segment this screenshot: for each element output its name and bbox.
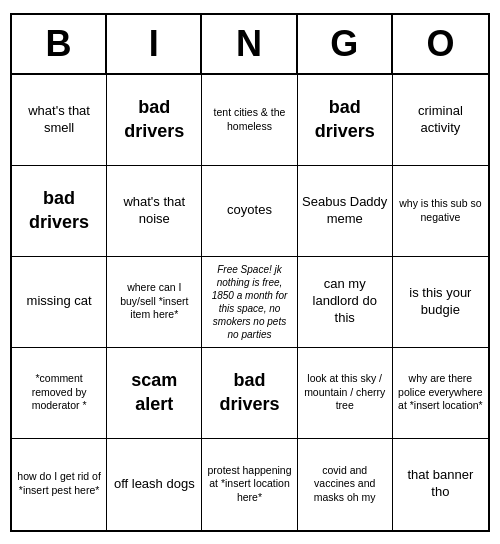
bingo-cell-7: coyotes: [202, 166, 297, 257]
bingo-cell-text-14: is this your budgie: [397, 285, 484, 319]
bingo-cell-1: bad drivers: [107, 75, 202, 166]
header-letter-O: O: [393, 15, 488, 73]
bingo-cell-17: bad drivers: [202, 348, 297, 439]
bingo-cell-text-10: missing cat: [27, 293, 92, 310]
bingo-cell-23: covid and vaccines and masks oh my: [298, 439, 393, 530]
bingo-cell-4: criminal activity: [393, 75, 488, 166]
bingo-cell-text-22: protest happening at *insert location he…: [206, 464, 292, 505]
bingo-cell-text-6: what's that noise: [111, 194, 197, 228]
bingo-cell-text-5: bad drivers: [16, 187, 102, 234]
bingo-cell-text-3: bad drivers: [302, 96, 388, 143]
bingo-cell-text-7: coyotes: [227, 202, 272, 219]
bingo-cell-text-1: bad drivers: [111, 96, 197, 143]
bingo-card: BINGO what's that smellbad driverstent c…: [10, 13, 490, 532]
header-letter-G: G: [298, 15, 393, 73]
bingo-cell-text-23: covid and vaccines and masks oh my: [302, 464, 388, 505]
bingo-cell-text-8: Seabus Daddy meme: [302, 194, 388, 228]
bingo-cell-text-13: can my landlord do this: [302, 276, 388, 327]
bingo-cell-text-15: *comment removed by moderator *: [16, 372, 102, 413]
bingo-cell-13: can my landlord do this: [298, 257, 393, 348]
bingo-cell-5: bad drivers: [12, 166, 107, 257]
bingo-cell-text-19: why are there police everywhere at *inse…: [397, 372, 484, 413]
bingo-cell-3: bad drivers: [298, 75, 393, 166]
bingo-cell-20: how do I get rid of *insert pest here*: [12, 439, 107, 530]
bingo-cell-text-21: off leash dogs: [114, 476, 195, 493]
bingo-cell-22: protest happening at *insert location he…: [202, 439, 297, 530]
bingo-cell-24: that banner tho: [393, 439, 488, 530]
bingo-cell-21: off leash dogs: [107, 439, 202, 530]
bingo-cell-19: why are there police everywhere at *inse…: [393, 348, 488, 439]
bingo-cell-0: what's that smell: [12, 75, 107, 166]
bingo-cell-9: why is this sub so negative: [393, 166, 488, 257]
bingo-cell-6: what's that noise: [107, 166, 202, 257]
bingo-cell-10: missing cat: [12, 257, 107, 348]
bingo-cell-text-0: what's that smell: [16, 103, 102, 137]
bingo-cell-text-17: bad drivers: [206, 369, 292, 416]
bingo-cell-text-12: Free Space! jk nothing is free, 1850 a m…: [206, 263, 292, 341]
bingo-cell-text-20: how do I get rid of *insert pest here*: [16, 470, 102, 497]
bingo-cell-text-4: criminal activity: [397, 103, 484, 137]
bingo-cell-11: where can I buy/sell *insert item here*: [107, 257, 202, 348]
bingo-header: BINGO: [12, 15, 488, 75]
bingo-cell-8: Seabus Daddy meme: [298, 166, 393, 257]
header-letter-B: B: [12, 15, 107, 73]
bingo-cell-text-18: look at this sky / mountain / cherry tre…: [302, 372, 388, 413]
bingo-cell-2: tent cities & the homeless: [202, 75, 297, 166]
bingo-cell-15: *comment removed by moderator *: [12, 348, 107, 439]
header-letter-N: N: [202, 15, 297, 73]
bingo-cell-text-16: scam alert: [111, 369, 197, 416]
bingo-grid: what's that smellbad driverstent cities …: [12, 75, 488, 530]
bingo-cell-12: Free Space! jk nothing is free, 1850 a m…: [202, 257, 297, 348]
header-letter-I: I: [107, 15, 202, 73]
bingo-cell-text-2: tent cities & the homeless: [206, 106, 292, 133]
bingo-cell-16: scam alert: [107, 348, 202, 439]
bingo-cell-text-24: that banner tho: [397, 467, 484, 501]
bingo-cell-14: is this your budgie: [393, 257, 488, 348]
bingo-cell-18: look at this sky / mountain / cherry tre…: [298, 348, 393, 439]
bingo-cell-text-11: where can I buy/sell *insert item here*: [111, 281, 197, 322]
bingo-cell-text-9: why is this sub so negative: [397, 197, 484, 224]
